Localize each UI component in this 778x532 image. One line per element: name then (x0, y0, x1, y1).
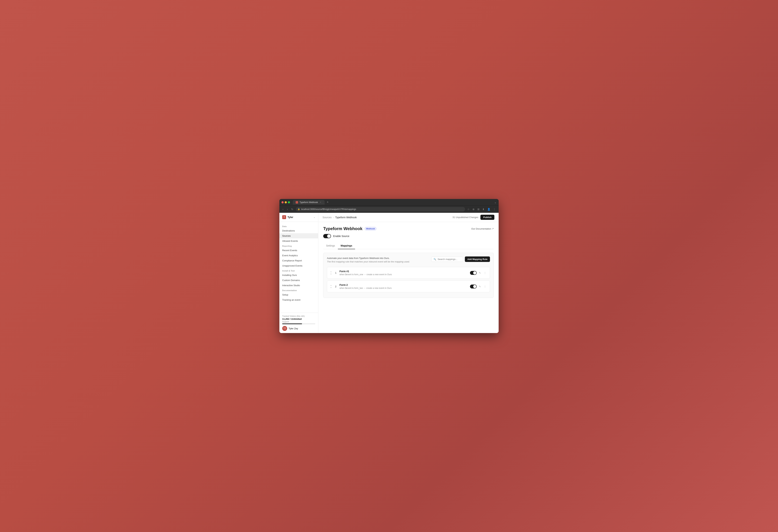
tab-settings[interactable]: Settings (323, 242, 338, 249)
sidebar-item-tracking-event[interactable]: Tracking an event (280, 297, 318, 302)
rule-1-menu-button[interactable]: ⋮ (483, 271, 487, 275)
sidebar-item-label: Event Analytics (282, 254, 298, 257)
webhook-badge: Webhook (365, 227, 376, 230)
rule-2-toggle[interactable] (470, 285, 477, 289)
sidebar-item-event-analytics[interactable]: Event Analytics (280, 253, 318, 258)
enable-source-row: Enable Source (323, 234, 494, 238)
search-input[interactable] (438, 258, 461, 260)
sidebar-item-setup[interactable]: Setup (280, 292, 318, 297)
extensions-icon[interactable]: ⊕ (472, 207, 475, 211)
tab-title: Typeform Webhook (300, 201, 318, 204)
mappings-controls: 🔍 Add Mapping Rule (431, 256, 490, 262)
tracked-visitors-label: Tracked Visitors (this mth) (282, 315, 315, 317)
mapping-rule-2: ▲ ▼ 2 Form 2 when $event is form_two → c… (327, 281, 490, 292)
minimize-window-button[interactable] (285, 201, 287, 203)
breadcrumb: Sources › Typeform Webhook (322, 216, 357, 219)
back-button[interactable]: ‹ (282, 207, 285, 211)
page-content: Typeform Webhook Webhook Our Documentati… (318, 222, 498, 302)
sidebar-item-custom-domains[interactable]: Custom Domains (280, 278, 318, 283)
forward-button[interactable]: › (286, 207, 289, 211)
external-link-icon: ↗ (492, 227, 494, 230)
sidebar-item-interactive-studio[interactable]: Interactive Studio (280, 283, 318, 288)
search-box[interactable]: 🔍 (431, 257, 463, 262)
rule-1-toggle-thumb (473, 271, 476, 275)
browser-tab[interactable]: Typeform Webhook × (293, 200, 325, 205)
browser-nav: ‹ › ↻ 🔒 localhost:3000/source/fBhnjgiUme… (280, 206, 498, 213)
rule-2-number: 2 (334, 285, 337, 288)
tracked-visitors-value: 11,262 / Unlimited (282, 318, 315, 320)
user-name: Tyler Zey (289, 327, 298, 330)
refresh-button[interactable]: ↻ (290, 207, 294, 211)
browser-nav-actions: ☆ ⊕ ⊞ ⬇ 👤 ⋮ (466, 207, 496, 211)
rule-1-description: when $event is form_one → create a new e… (339, 273, 468, 276)
close-window-button[interactable] (282, 201, 284, 203)
sidebar-item-destinations[interactable]: Destinations (280, 228, 318, 233)
rule-2-move-up[interactable]: ▲ (330, 284, 332, 286)
user-profile[interactable]: TZ Tyler Zey (282, 326, 315, 331)
mapping-rule-1: ▲ ▼ 1 Form #1 when $event is form_one → … (327, 267, 490, 279)
rule-2-details: Form 2 when $event is form_two → create … (339, 284, 468, 289)
rule-2-edit-button[interactable]: ✎ (478, 284, 482, 289)
tab-favicon (296, 201, 298, 204)
bookmark-icon[interactable]: ☆ (466, 207, 470, 211)
page-title: Typeform Webhook (323, 226, 363, 231)
sidebar-item-unapproved-events[interactable]: Unapproved Events (280, 263, 318, 268)
window-menu-icon[interactable]: ⌄ (494, 201, 496, 204)
fullscreen-window-button[interactable] (288, 201, 290, 203)
sidebar-item-label: Recent Events (282, 249, 297, 252)
sidebar-item-allowed-events[interactable]: Allowed Events (280, 238, 318, 243)
rule-2-move-down[interactable]: ▼ (330, 287, 332, 289)
workspace-chevron-icon[interactable]: ⌄ (313, 216, 315, 218)
user-avatar: TZ (282, 326, 287, 331)
doc-link-text: Our Documentation (471, 227, 491, 230)
breadcrumb-sources-link[interactable]: Sources (322, 216, 331, 219)
toggle-thumb (327, 234, 331, 238)
sidebar-item-label: Interactive Studio (282, 284, 300, 287)
profile-icon[interactable]: 👤 (486, 207, 491, 211)
rule-2-description: when $event is form_two → create a new e… (339, 287, 468, 289)
tab-close-button[interactable]: × (319, 201, 322, 204)
usage-progress-fill (282, 323, 302, 324)
sidebar-item-compliance-report[interactable]: Compliance Report (280, 258, 318, 263)
add-mapping-rule-button[interactable]: Add Mapping Rule (465, 256, 490, 262)
rule-1-move-up[interactable]: ▲ (330, 271, 332, 273)
rule-1-edit-button[interactable]: ✎ (478, 271, 482, 275)
main-content: Sources › Typeform Webhook 31 Unpublishe… (318, 213, 498, 333)
rule-1-actions: ✎ ⋮ (470, 271, 487, 275)
breadcrumb-separator: › (333, 216, 334, 219)
menu-icon[interactable]: ⋮ (492, 207, 496, 211)
sidebar-item-label: Compliance Report (282, 259, 302, 262)
sidebar-item-sources[interactable]: Sources (280, 233, 318, 238)
address-bar[interactable]: 🔒 localhost:3000/source/fBhnjgiUmewjasfc… (296, 207, 465, 212)
new-tab-button[interactable]: + (327, 201, 329, 204)
rule-1-toggle[interactable] (470, 271, 477, 275)
mappings-description: Automate your event data from Typeform W… (327, 256, 410, 263)
rule-2-name: Form 2 (339, 284, 468, 286)
page-title-group: Typeform Webhook Webhook (323, 226, 376, 231)
traffic-lights (282, 201, 290, 203)
usage-progress-bar (282, 323, 315, 324)
breadcrumb-current: Typeform Webhook (335, 216, 357, 219)
doc-link[interactable]: Our Documentation ↗ (471, 227, 494, 230)
top-bar-actions: 31 Unpublished Changes Publish (453, 215, 494, 220)
tab-mappings[interactable]: Mappings (338, 242, 355, 249)
workspace-name: Tyler (288, 216, 293, 219)
rule-2-order-controls: ▲ ▼ (330, 284, 332, 289)
documentation-section-label: Documentation (280, 288, 318, 292)
sidebar-item-label: Unapproved Events (282, 264, 302, 267)
mappings-desc-line2: The first mapping rule that matches your… (327, 260, 410, 263)
sidebar-header: T Tyler ⌄ (280, 213, 318, 222)
rule-2-menu-button[interactable]: ⋮ (483, 284, 487, 289)
app-container: T Tyler ⌄ Data Destinations Sources Allo… (280, 213, 498, 333)
search-icon: 🔍 (434, 258, 436, 260)
publish-button[interactable]: Publish (480, 215, 494, 220)
browser-titlebar: Typeform Webhook × + ⌄ (280, 199, 498, 206)
download-icon[interactable]: ⬇ (481, 207, 485, 211)
tab-bar: Settings Mappings (323, 242, 494, 249)
enable-source-toggle[interactable] (323, 234, 331, 238)
sidebar-item-recent-events[interactable]: Recent Events (280, 248, 318, 253)
mappings-desc-line1: Automate your event data from Typeform W… (327, 256, 410, 260)
rule-1-move-down[interactable]: ▼ (330, 273, 332, 275)
extensions2-icon[interactable]: ⊞ (476, 207, 480, 211)
sidebar-item-installing-ours[interactable]: Installing Ours (280, 273, 318, 278)
